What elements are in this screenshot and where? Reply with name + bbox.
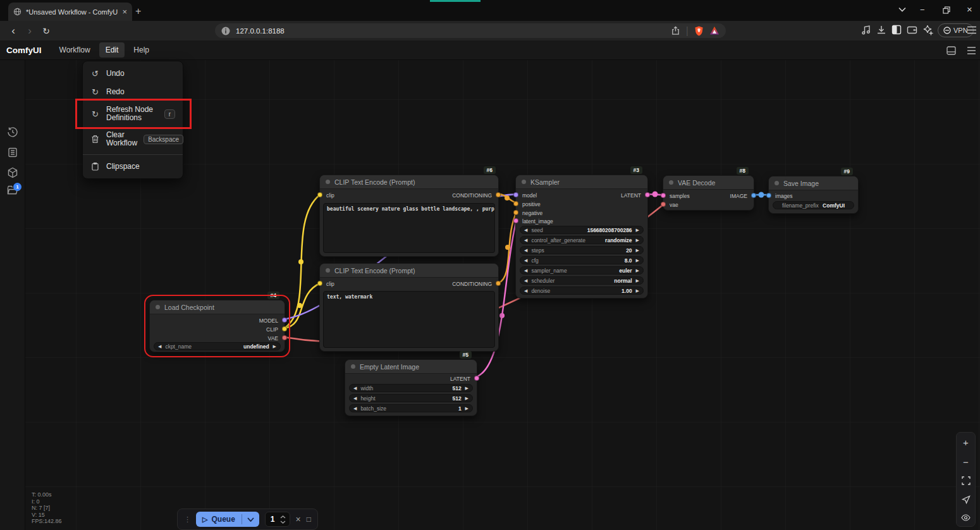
widget-denoise[interactable]: ◀denoise1.00▶ — [520, 287, 644, 295]
widget-left-arrow-icon[interactable]: ◀ — [524, 278, 527, 283]
leo-ai-sparkle-icon[interactable] — [922, 24, 933, 35]
new-tab-button[interactable]: + — [135, 6, 141, 17]
widget-filename-prefix[interactable]: filename_prefixComfyUI — [773, 201, 854, 209]
queue-options-chevron-icon[interactable] — [242, 517, 259, 522]
wallet-icon[interactable] — [907, 25, 917, 35]
node-clip-text-encode-negative[interactable]: CLIP Text Encode (Prompt) clip CONDITION… — [319, 263, 499, 352]
prompt-textarea[interactable]: text, watermark — [323, 291, 495, 348]
input-port-images[interactable] — [766, 193, 771, 198]
output-port-model[interactable] — [282, 317, 287, 323]
widget-right-arrow-icon[interactable]: ▶ — [636, 278, 639, 283]
input-port-clip[interactable] — [317, 192, 322, 197]
output-port-conditioning[interactable] — [496, 281, 501, 286]
widget-left-arrow-icon[interactable]: ◀ — [353, 396, 357, 400]
input-port-negative[interactable] — [513, 210, 518, 215]
select-cursor-icon[interactable] — [962, 495, 971, 504]
input-port-clip[interactable] — [317, 281, 322, 286]
menu-workflow[interactable]: Workflow — [53, 42, 97, 58]
zoom-in-icon[interactable]: + — [963, 438, 969, 447]
widget-control-after-generate[interactable]: ◀control_after_generaterandomize▶ — [520, 236, 644, 244]
step-down-icon[interactable] — [280, 521, 286, 524]
widget-ckpt-name[interactable]: ◀ckpt_nameundefined▶ — [154, 342, 281, 350]
widget-right-arrow-icon[interactable]: ▶ — [636, 248, 639, 252]
node-empty-latent-image[interactable]: #5 Empty Latent Image LATENT ◀width512▶ … — [345, 359, 477, 416]
queue-history-icon[interactable] — [7, 126, 18, 138]
collapse-dot-icon[interactable] — [326, 180, 330, 184]
batch-count-value[interactable]: 1 — [266, 515, 280, 524]
back-icon[interactable]: ‹ — [5, 25, 21, 37]
node-header[interactable]: Empty Latent Image — [345, 360, 477, 374]
bottom-panel-toggle-icon[interactable] — [946, 46, 956, 55]
node-header[interactable]: CLIP Text Encode (Prompt) — [320, 264, 498, 278]
comfy-menu-icon[interactable] — [967, 47, 976, 54]
forward-icon[interactable]: › — [21, 25, 38, 37]
menu-item-redo[interactable]: ↻ Redo — [83, 83, 183, 101]
collapse-dot-icon[interactable] — [326, 268, 330, 273]
widget-sampler-name[interactable]: ◀sampler_nameeuler▶ — [520, 266, 644, 274]
music-icon[interactable] — [861, 25, 871, 35]
input-port-samples[interactable] — [661, 193, 666, 198]
node-clip-text-encode-positive[interactable]: #6 CLIP Text Encode (Prompt) clip CONDIT… — [319, 175, 499, 257]
menu-item-refresh-node-definitions[interactable]: ↻ Refresh Node Definitions r — [83, 101, 183, 126]
fit-view-icon[interactable] — [962, 476, 971, 485]
widget-right-arrow-icon[interactable]: ▶ — [465, 396, 469, 400]
tab-search-chevron-icon[interactable] — [898, 7, 906, 12]
widget-steps[interactable]: ◀steps20▶ — [520, 246, 644, 254]
output-port-latent[interactable] — [474, 376, 479, 381]
drag-handle-icon[interactable]: ⋮ — [184, 515, 190, 524]
node-vae-decode[interactable]: #8 VAE Decode samples vae IMAGE — [663, 175, 754, 211]
widget-left-arrow-icon[interactable]: ◀ — [524, 238, 527, 242]
step-up-icon[interactable] — [280, 515, 286, 519]
widget-left-arrow-icon[interactable]: ◀ — [353, 386, 357, 390]
collapse-dot-icon[interactable] — [522, 180, 526, 184]
input-port-latent-image[interactable] — [513, 218, 518, 223]
prompt-textarea[interactable]: beautiful scenery nature glass bottle la… — [323, 203, 495, 253]
widget-batch-size[interactable]: ◀batch_size1▶ — [349, 404, 473, 412]
output-port-clip[interactable] — [282, 326, 287, 331]
menu-help[interactable]: Help — [127, 42, 156, 58]
node-header[interactable]: Load Checkpoint — [150, 300, 285, 314]
batch-count-input[interactable]: 1 — [265, 512, 290, 527]
stop-icon[interactable]: □ — [307, 515, 311, 524]
widget-left-arrow-icon[interactable]: ◀ — [524, 268, 527, 273]
brave-shield-icon[interactable] — [694, 26, 704, 36]
widget-left-arrow-icon[interactable]: ◀ — [524, 248, 527, 252]
widget-right-arrow-icon[interactable]: ▶ — [636, 238, 639, 242]
node-header[interactable]: VAE Decode — [663, 176, 754, 190]
node-library-icon[interactable] — [7, 147, 18, 158]
collapse-dot-icon[interactable] — [669, 180, 673, 185]
output-port-conditioning[interactable] — [496, 192, 501, 197]
node-save-image[interactable]: #9 Save Image images filename_prefixComf… — [768, 176, 859, 214]
output-port-image[interactable] — [751, 193, 756, 198]
widget-seed[interactable]: ◀seed156680208700286▶ — [520, 226, 644, 234]
node-header[interactable]: Save Image — [769, 176, 858, 190]
widget-right-arrow-icon[interactable]: ▶ — [465, 406, 469, 410]
queue-button[interactable]: ▷Queue — [196, 512, 259, 527]
output-port-latent[interactable] — [645, 192, 650, 197]
widget-height[interactable]: ◀height512▶ — [349, 394, 473, 402]
url-text[interactable]: 127.0.0.1:8188 — [236, 27, 665, 35]
menu-item-clear-workflow[interactable]: Clear Workflow Backspace — [83, 126, 183, 152]
node-header[interactable]: KSampler — [516, 175, 647, 189]
site-info-icon[interactable] — [221, 27, 230, 35]
restore-window-icon[interactable] — [943, 6, 950, 14]
widget-right-arrow-icon[interactable]: ▶ — [636, 228, 639, 232]
widget-right-arrow-icon[interactable]: ▶ — [636, 288, 639, 293]
model-library-icon[interactable] — [7, 167, 18, 178]
widget-right-arrow-icon[interactable]: ▶ — [273, 344, 276, 348]
input-port-vae[interactable] — [661, 202, 666, 207]
input-port-positive[interactable] — [513, 201, 518, 206]
browser-tab[interactable]: *Unsaved Workflow - ComfyUI × — [8, 3, 132, 21]
node-ksampler[interactable]: #3 KSampler model positive negative late… — [515, 175, 648, 299]
menu-item-clipspace[interactable]: Clipspace — [83, 157, 183, 175]
widget-left-arrow-icon[interactable]: ◀ — [158, 344, 161, 348]
menu-edit[interactable]: Edit — [99, 42, 125, 58]
share-icon[interactable] — [671, 26, 680, 35]
minimize-button[interactable]: − — [920, 5, 925, 15]
input-port-model[interactable] — [513, 192, 518, 197]
widget-right-arrow-icon[interactable]: ▶ — [636, 268, 639, 273]
tab-close-icon[interactable]: × — [122, 8, 127, 16]
widget-left-arrow-icon[interactable]: ◀ — [524, 258, 527, 262]
menu-item-undo[interactable]: ↺ Undo — [83, 65, 183, 83]
sidebar-toggle-icon[interactable] — [891, 25, 902, 35]
